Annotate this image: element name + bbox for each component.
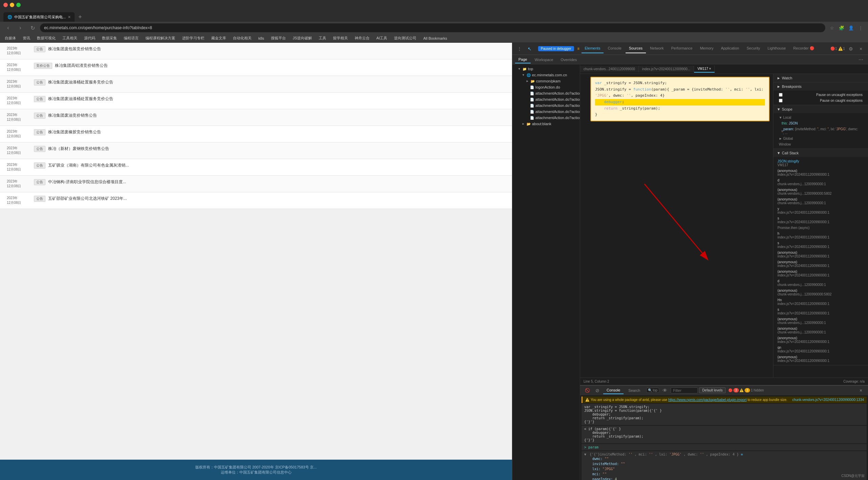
sources-tab-workspace[interactable]: Workspace <box>531 56 557 63</box>
bookmark-all[interactable]: All Bookmarks <box>422 36 448 41</box>
bookmark-kecheng[interactable]: 编程课程解决方案 <box>144 35 177 41</box>
row-title[interactable]: 株冶集团高铝渣竞价销售公告 <box>55 63 505 69</box>
callstack-item-d[interactable]: d chunk-vendors.j...1200990000:1 <box>773 177 868 187</box>
tree-common[interactable]: ► 📂 common/pkam <box>512 78 580 84</box>
row-title[interactable]: 株冶集团废油漆桶处置服务竞价公告 <box>48 96 505 102</box>
sources-tab-page[interactable]: Page <box>515 56 531 63</box>
tab-sources[interactable]: Sources <box>626 44 646 53</box>
callstack-item-hn[interactable]: Hn index.js?v=20240011200990000:1 <box>773 297 868 307</box>
warn-link[interactable]: https://www.npmis.com/package/babel-plug… <box>668 398 747 402</box>
bookmark-biancheng[interactable]: 编程语言 <box>122 35 140 41</box>
console-filter-icon[interactable]: ⊘ <box>593 386 602 395</box>
callstack-item-y[interactable]: y index.js?v=20240011200990000:1 <box>773 206 868 215</box>
tree-file-3[interactable]: 📄 attachmentAction.do?actionType=s... <box>512 96 580 102</box>
tab-memory[interactable]: Memory <box>696 44 717 53</box>
console-close-icon[interactable]: × <box>856 386 865 395</box>
callstack-header[interactable]: ▼ Call Stack <box>773 149 868 157</box>
callstack-item-anon5[interactable]: (anonymous) index.js?v=20240011200990000… <box>773 259 868 269</box>
bookmark-liuxue[interactable]: 留学相关 <box>332 35 349 41</box>
reload-button[interactable]: ↻ <box>28 23 37 33</box>
bookmark-zidonghua[interactable]: 自动化相关 <box>232 35 253 41</box>
devtools-inspect-icon[interactable]: ↖ <box>525 44 534 53</box>
file-tab-1[interactable]: chunk-vendors...24001120099000 <box>580 66 639 72</box>
eye-icon[interactable]: 👁 <box>660 386 669 395</box>
forward-button[interactable]: › <box>16 23 25 33</box>
minimize-button[interactable] <box>10 3 14 7</box>
row-title[interactable]: 五矿骐业（湖南）有限公司有色金属灰渣销... <box>48 162 505 168</box>
devtools-toggle-icon[interactable]: ⋮ <box>515 44 524 53</box>
row-title[interactable]: 株冶（新材）废钢铁竞价销售公告 <box>48 146 505 152</box>
close-button[interactable] <box>3 3 8 7</box>
pause-caught-checkbox[interactable] <box>779 99 783 102</box>
bookmark-zimeiti[interactable]: 自媒体 <box>3 35 17 41</box>
tree-file-5[interactable]: 📄 attachmentAction.do?actionType=s... <box>512 109 580 115</box>
callstack-item-anon11[interactable]: (anonymous) index.js?v=20240011200990000… <box>773 354 868 364</box>
maximize-button[interactable] <box>16 3 21 7</box>
row-title[interactable]: 株冶集团废橡胶竞价销售公告 <box>48 129 505 135</box>
tree-about[interactable]: ► 📂 about:blank <box>512 121 580 127</box>
console-clear-icon[interactable]: 🚫 <box>583 386 592 395</box>
row-title[interactable]: 五矿邵邵矿业有限公司北选河铁矿 2023年... <box>48 196 505 201</box>
new-tab-button[interactable]: + <box>75 12 85 22</box>
bookmark-zixun[interactable]: 资讯 <box>21 35 32 41</box>
scope-header[interactable]: ▼ Scope <box>773 105 868 113</box>
bookmark-tools[interactable]: 工具 <box>317 35 328 41</box>
callstack-item-d2[interactable]: d chunk-vendors.j...1200990000:1 <box>773 278 868 288</box>
row-title[interactable]: 株冶集团庞油漆桶处置服务竞价公告 <box>48 79 505 85</box>
bookmark-souhu[interactable]: 搜狐平台 <box>270 35 287 41</box>
row-title[interactable]: 中冶钢构-济南职业学院信息综合楼项目度... <box>48 179 505 185</box>
expand-arrow[interactable]: ▼ <box>584 453 586 456</box>
watch-header[interactable]: ► Watch <box>773 74 868 82</box>
tree-file-4[interactable]: 📄 attachmentAction.do?actionType=s... <box>512 102 580 109</box>
callstack-item-s2[interactable]: s index.js?v=20240011200990000:1 <box>773 240 868 250</box>
pause-uncaught-checkbox[interactable] <box>779 93 783 97</box>
file-tab-vm117[interactable]: VM117 × <box>694 65 715 73</box>
callstack-item-anon8[interactable]: (anonymous) chunk-vendors.j...1200990000… <box>773 316 868 326</box>
tab-close-icon[interactable]: × <box>68 14 71 20</box>
breakpoints-header[interactable]: ► Breakpoints <box>773 82 868 91</box>
tab-performance[interactable]: Performance <box>668 44 696 53</box>
sources-tab-overrides[interactable]: Overrides <box>557 56 580 63</box>
bookmark-shujucaiji[interactable]: 数据采集 <box>101 35 118 41</box>
callstack-item-anon10[interactable]: (anonymous) index.js?v=20240011200990000… <box>773 335 868 345</box>
bookmark-jingjie[interactable]: 进阶学习专栏 <box>181 35 206 41</box>
bookmark-shuju[interactable]: 数据可视化 <box>36 35 57 41</box>
tree-top[interactable]: ▼ 📁 top <box>512 66 580 72</box>
bookmark-yuanma[interactable]: 源代码 <box>83 35 97 41</box>
callstack-item-anon7[interactable]: (anonymous) chunk-vendors.j...1200990000… <box>773 288 868 297</box>
callstack-item-anon9[interactable]: (anonymous) chunk-vendors.j...1200990000… <box>773 326 868 335</box>
tree-file-6[interactable]: 📄 attachmentAction.do?actionType=s... <box>512 115 580 121</box>
bookmark-gongju[interactable]: 工具相关 <box>61 35 79 41</box>
tree-domain[interactable]: ▼ 🌐 ec.minmetals.com.cn <box>512 72 580 78</box>
bookmark-cangzang[interactable]: 藏金文库 <box>210 35 228 41</box>
tab-lighthouse[interactable]: Lighthouse <box>764 44 789 53</box>
callstack-item-s3[interactable]: s index.js?v=20240011200990000:1 <box>773 307 868 316</box>
code-editor[interactable]: var _stringify = JSON.stringify; JSON.st… <box>580 74 773 378</box>
tab-security[interactable]: Security <box>743 44 764 53</box>
menu-icon[interactable]: ⋮ <box>856 24 865 32</box>
console-tab-console[interactable]: Console <box>603 387 624 394</box>
bookmark-shenzhou[interactable]: 神舟云合 <box>353 35 371 41</box>
star-icon[interactable]: ☆ <box>828 24 836 32</box>
settings-icon[interactable]: ⚙ <box>846 44 855 53</box>
file-tab-2[interactable]: index.js?v=202400112009900... <box>639 66 694 72</box>
tab-application[interactable]: Application <box>717 44 743 53</box>
callstack-item-anon4[interactable]: (anonymous) index.js?v=20240011200990000… <box>773 250 868 259</box>
bookmark-js[interactable]: JS逆向破解 <box>291 35 313 41</box>
bookmark-k8s[interactable]: k8s <box>257 36 265 41</box>
profile-icon[interactable]: 👤 <box>847 24 855 32</box>
row-title[interactable]: 株冶集团废油竞价销售公告 <box>48 113 505 118</box>
callstack-item-s1[interactable]: s index.js?v=20240011200990000:1 <box>773 215 868 225</box>
tab-console[interactable]: Console <box>604 44 625 53</box>
row-title[interactable]: 株冶集团庞包装竞价销售公告 <box>48 46 505 52</box>
tab-recorder[interactable]: Recorder 🔴 <box>790 44 818 53</box>
param-expand-btn[interactable]: ≡ <box>741 453 743 456</box>
address-bar[interactable]: ec.minmetals.com.cn/open/home/purchase-i… <box>40 23 825 32</box>
callstack-item-qn[interactable]: qn index.js?v=20240011200990000:1 <box>773 345 868 354</box>
bookmark-nixiang[interactable]: 逆向测试公司 <box>393 35 418 41</box>
tab-network[interactable]: Network <box>647 44 667 53</box>
close-devtools-icon[interactable]: × <box>856 44 865 53</box>
callstack-item-json[interactable]: JSON.stringify VM117 <box>773 158 868 168</box>
more-icon[interactable]: ⋯ <box>856 55 865 64</box>
callstack-item-anon2[interactable]: (anonymous) chunk-vendors.j...1200990000… <box>773 187 868 196</box>
